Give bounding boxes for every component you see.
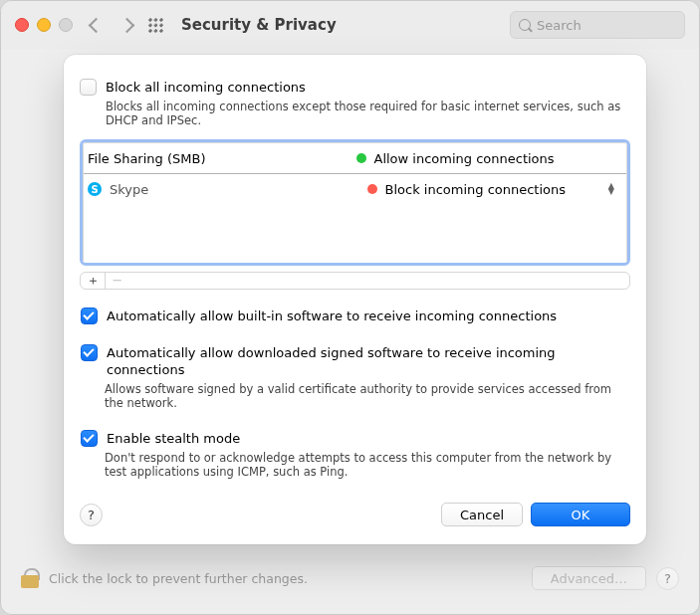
help-button-bg[interactable]: ? [656,567,679,590]
stealth-row[interactable]: Enable stealth mode [81,430,630,447]
list-row[interactable]: S Skype Block incoming connections ▲▼ [84,174,626,204]
app-name: File Sharing (SMB) [88,151,350,166]
search-icon [519,19,531,31]
search-field[interactable]: Search [510,11,685,39]
window-title: Security & Privacy [181,16,337,34]
ok-button[interactable]: OK [531,503,630,526]
sheet-help-button[interactable]: ? [80,504,103,526]
options-group: Automatically allow built-in software to… [80,308,630,479]
block-all-desc: Blocks all incoming connections except t… [106,100,630,127]
auto-signed-desc: Allows software signed by a valid certif… [81,382,630,410]
stealth-label: Enable stealth mode [107,430,240,447]
status-dot-allow [356,153,366,163]
auto-builtin-row[interactable]: Automatically allow built-in software to… [81,308,630,324]
lock-text: Click the lock to prevent further change… [49,571,308,586]
lock-row: Click the lock to prevent further change… [21,560,679,596]
auto-signed-label: Automatically allow downloaded signed so… [107,344,630,378]
app-status: Allow incoming connections [374,151,555,166]
back-button[interactable] [89,17,105,33]
status-dot-block [367,184,377,194]
lock-icon[interactable] [21,568,39,588]
zoom-window-button[interactable] [59,18,73,32]
nav-arrows [91,20,132,31]
add-remove-segment: ＋ − [80,272,630,290]
auto-signed-row[interactable]: Automatically allow downloaded signed so… [81,344,630,378]
stealth-checkbox[interactable] [81,430,98,447]
skype-icon: S [88,182,102,196]
auto-builtin-checkbox[interactable] [81,308,98,324]
list-row[interactable]: File Sharing (SMB) Allow incoming connec… [84,143,626,174]
apps-listbox[interactable]: File Sharing (SMB) Allow incoming connec… [80,139,630,266]
cancel-button[interactable]: Cancel [441,503,523,526]
block-all-checkbox[interactable] [80,79,97,96]
app-status: Block incoming connections [385,182,567,197]
status-select-arrows[interactable]: ▲▼ [608,183,614,195]
preferences-window: Security & Privacy Search Click the lock… [0,0,700,615]
auto-builtin-label: Automatically allow built-in software to… [107,308,557,324]
sheet-footer: ? Cancel OK [80,479,630,526]
toolbar: Security & Privacy Search [1,1,699,49]
block-all-row[interactable]: Block all incoming connections Blocks al… [80,79,630,127]
block-all-label: Block all incoming connections [106,79,630,96]
auto-signed-checkbox[interactable] [81,344,98,361]
advanced-button[interactable]: Advanced… [532,566,646,590]
add-app-button[interactable]: ＋ [81,273,105,289]
minimize-window-button[interactable] [37,18,51,32]
remove-app-button[interactable]: − [105,273,129,289]
search-placeholder: Search [537,18,582,33]
window-controls [15,18,73,32]
show-all-icon[interactable] [148,18,163,33]
close-window-button[interactable] [15,18,29,32]
app-name: Skype [110,182,361,197]
firewall-options-sheet: Block all incoming connections Blocks al… [64,55,646,544]
stealth-desc: Don't respond to or acknowledge attempts… [81,451,630,479]
forward-button[interactable] [119,17,135,33]
